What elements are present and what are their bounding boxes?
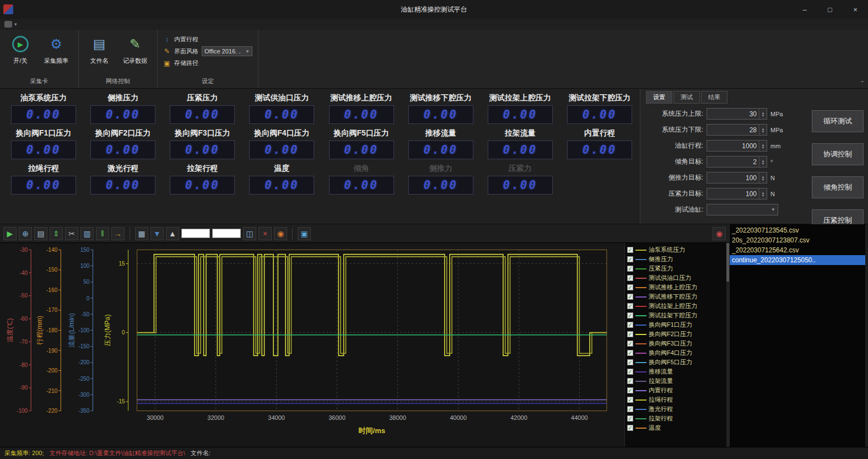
legend-item[interactable]: ✓压紧压力: [627, 264, 728, 273]
snapshot-icon[interactable]: ▣: [298, 227, 311, 240]
legend-item[interactable]: ✓测试推移上腔压力: [627, 283, 728, 292]
filter-icon[interactable]: ▼: [150, 227, 164, 240]
legend-checkbox[interactable]: ✓: [627, 350, 633, 356]
close-button[interactable]: ×: [843, 0, 868, 19]
stepper-arrows[interactable]: ▴▾: [759, 109, 767, 119]
minimize-button[interactable]: –: [792, 0, 817, 19]
numeric-stepper[interactable]: 1000▴▾: [707, 140, 767, 152]
chevron-up-icon[interactable]: ⌃: [860, 80, 865, 86]
legend-checkbox[interactable]: ✓: [627, 266, 633, 272]
legend-item[interactable]: ✓换向阀F1口压力: [627, 320, 728, 330]
print-icon[interactable]: ▤: [34, 227, 47, 240]
legend-checkbox[interactable]: ✓: [627, 303, 633, 309]
stepper-arrows[interactable]: ▴▾: [759, 125, 767, 135]
builtin-stroke-item[interactable]: ↕ 内置行程: [163, 35, 252, 44]
stepper-arrows[interactable]: ▴▾: [759, 188, 767, 199]
legend-item[interactable]: ✓侧推压力: [627, 255, 728, 264]
legend-item[interactable]: ✓测试拉架下腔压力: [627, 311, 728, 320]
legend-item[interactable]: ✓温度: [627, 423, 728, 433]
ui-style-select[interactable]: Office 2016. . ▼: [202, 46, 252, 56]
cursor-icon[interactable]: ‖: [96, 227, 109, 240]
scale-min-input[interactable]: [181, 229, 210, 238]
tab-results[interactable]: 结果: [701, 91, 727, 104]
numeric-stepper[interactable]: 100▴▾: [707, 172, 767, 183]
file-item[interactable]: continue_20220307125050..: [730, 255, 868, 265]
peak-icon[interactable]: ▲: [166, 227, 179, 240]
menu-icon[interactable]: [4, 21, 12, 28]
legend-item[interactable]: ✓拉架行程: [627, 414, 728, 423]
cut-icon[interactable]: ✂: [65, 227, 78, 240]
grid-icon[interactable]: ▦: [135, 227, 148, 240]
record-data-button[interactable]: ✎ 记录数据: [118, 33, 152, 67]
legend-checkbox[interactable]: ✓: [627, 284, 633, 290]
legend-checkbox[interactable]: ✓: [627, 397, 633, 403]
numeric-stepper[interactable]: 100▴▾: [707, 188, 767, 199]
legend-item[interactable]: ✓拉架流量: [627, 376, 728, 386]
storage-path-item[interactable]: ▣ 存储路径: [163, 59, 252, 67]
legend-item[interactable]: ✓换向阀F5口压力: [627, 358, 728, 367]
file-item[interactable]: _20220307125642.csv: [730, 245, 868, 255]
filename-button[interactable]: ▤ 文件名: [84, 33, 114, 67]
legend-checkbox[interactable]: ✓: [627, 415, 633, 422]
legend-checkbox[interactable]: ✓: [627, 369, 633, 375]
run-icon[interactable]: ▶: [3, 227, 17, 240]
legend-checkbox[interactable]: ✓: [627, 322, 633, 328]
legend-item[interactable]: ✓换向阀F4口压力: [627, 348, 728, 358]
power-toggle-button[interactable]: ▶ 开/关: [6, 33, 35, 67]
legend-checkbox[interactable]: ✓: [627, 312, 633, 318]
sample-rate-button[interactable]: ⚙ 采集频率: [40, 33, 73, 67]
legend-item[interactable]: ✓换向阀F2口压力: [627, 330, 728, 339]
control-button-1[interactable]: 循环测试: [812, 110, 864, 132]
legend-checkbox[interactable]: ✓: [627, 247, 633, 253]
legend-item[interactable]: ✓内置行程: [627, 386, 728, 395]
tab-settings[interactable]: 设置: [646, 91, 672, 104]
close-chart-icon[interactable]: ×: [258, 227, 272, 240]
file-item[interactable]: _20220307123545.csv: [730, 225, 868, 235]
export-chart-icon[interactable]: ◫: [243, 227, 256, 240]
file-scrollbar[interactable]: [865, 224, 868, 447]
tab-test[interactable]: 测试: [673, 91, 700, 104]
legend-checkbox[interactable]: ✓: [627, 378, 633, 384]
scale-max-input[interactable]: [212, 229, 241, 238]
copy-chart-icon[interactable]: ▥: [80, 227, 94, 240]
legend-checkbox[interactable]: ✓: [627, 275, 633, 281]
stepper-arrows[interactable]: ▴▾: [759, 156, 767, 167]
legend-checkbox[interactable]: ✓: [627, 387, 633, 393]
numeric-stepper[interactable]: 28▴▾: [707, 124, 767, 136]
numeric-stepper[interactable]: 30▴▾: [707, 108, 767, 120]
stepper-down-icon[interactable]: ▾: [762, 146, 764, 149]
legend-item[interactable]: ✓换向阀F3口压力: [627, 339, 728, 348]
numeric-stepper[interactable]: 2▴▾: [707, 156, 767, 168]
control-button-2[interactable]: 协调控制: [812, 143, 864, 165]
legend-item[interactable]: ✓拉绳行程: [627, 395, 728, 404]
maximize-button[interactable]: □: [817, 0, 843, 19]
file-item[interactable]: 20s_20220307123807.csv: [730, 235, 868, 245]
legend-checkbox[interactable]: ✓: [627, 256, 633, 262]
ui-style-item[interactable]: ✎ 界面风格 Office 2016. . ▼: [163, 46, 252, 56]
palette-icon[interactable]: ◉: [274, 227, 287, 240]
legend-item[interactable]: ✓激光行程: [627, 404, 728, 414]
legend-item[interactable]: ✓测试供油口压力: [627, 273, 728, 283]
cylinder-select[interactable]: ▼: [707, 204, 778, 215]
stepper-down-icon[interactable]: ▾: [762, 130, 764, 133]
control-button-3[interactable]: 倾角控制: [812, 176, 864, 198]
legend-item[interactable]: ✓测试拉架上腔压力: [627, 301, 728, 311]
legend-checkbox[interactable]: ✓: [627, 294, 633, 300]
stepper-arrows[interactable]: ▴▾: [759, 172, 767, 183]
legend-item[interactable]: ✓推移流量: [627, 367, 728, 376]
zoom-icon[interactable]: ⊕: [19, 227, 32, 240]
arrow-icon[interactable]: →: [111, 227, 125, 240]
legend-checkbox[interactable]: ✓: [627, 359, 633, 365]
chevron-down-icon[interactable]: ▾: [14, 21, 17, 27]
legend-checkbox[interactable]: ✓: [627, 425, 633, 431]
stepper-arrows[interactable]: ▴▾: [759, 141, 767, 151]
legend-item[interactable]: ✓测试推移下腔压力: [627, 292, 728, 301]
stepper-down-icon[interactable]: ▾: [762, 194, 764, 197]
legend-item[interactable]: ✓油泵系统压力: [627, 245, 728, 255]
legend-checkbox[interactable]: ✓: [627, 406, 633, 412]
stepper-down-icon[interactable]: ▾: [762, 178, 764, 181]
chart-area[interactable]: 3000032000340003600038000400004200044000…: [0, 243, 624, 447]
autoscale-icon[interactable]: ⇕: [50, 227, 63, 240]
stepper-down-icon[interactable]: ▾: [762, 162, 764, 165]
stepper-down-icon[interactable]: ▾: [762, 114, 764, 117]
